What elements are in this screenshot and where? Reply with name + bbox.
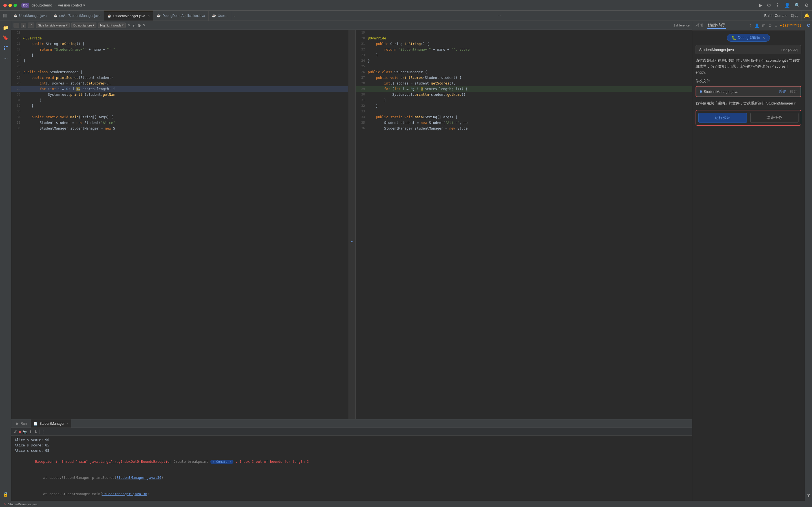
next-diff-btn[interactable]: ↓: [21, 23, 27, 28]
bottom-tab-run[interactable]: ▶ Run: [13, 419, 30, 428]
diff-line: 35 Student student = new Student("Alice": [11, 120, 348, 126]
end-task-btn[interactable]: 结束任务: [750, 113, 799, 123]
file-ref-line: Line [27,32]: [781, 48, 798, 52]
settings-button[interactable]: ⚙: [805, 3, 809, 8]
tab-label: src/.../StudentManager.java: [59, 14, 100, 18]
tabs-more-btn[interactable]: ⌵: [231, 11, 238, 20]
sidebar-item-structure[interactable]: [1, 43, 10, 52]
svg-rect-5: [4, 49, 5, 50]
tab-studentmanager-src[interactable]: ☕ src/.../StudentManager.java: [50, 11, 104, 20]
notifications-icon[interactable]: 🔔: [804, 13, 810, 18]
sidebar-item-lock[interactable]: 🔒: [1, 490, 10, 499]
tab-user[interactable]: ☕ User...: [209, 11, 231, 20]
diff-pane-left[interactable]: 19 20 @Override 21 public String toStrin…: [11, 30, 348, 419]
run-button[interactable]: ▶: [759, 3, 762, 8]
comate-tab-dialog[interactable]: 对话: [696, 23, 703, 29]
java-icon: ☕: [157, 14, 161, 17]
diff-line: 28 int[] scores = student.getScores();: [11, 80, 348, 86]
comate-person-icon[interactable]: 👤: [755, 23, 759, 28]
more-options-icon[interactable]: ⋮: [41, 430, 45, 434]
file-status: StudentManager.java: [8, 503, 38, 506]
close-window[interactable]: [3, 4, 7, 7]
sidebar-item-bookmarks[interactable]: 🔖: [1, 33, 10, 42]
scroll-down-icon[interactable]: ⬇: [34, 430, 38, 434]
comate-header-subtitle[interactable]: 对话: [791, 13, 798, 18]
right-edge-comate-icon[interactable]: C: [807, 23, 810, 27]
scroll-up-icon[interactable]: ⬆: [29, 430, 33, 434]
goto-btn[interactable]: ↗: [28, 22, 35, 28]
diff-pane-right[interactable]: 19 20 @Override 21 public String toStrin…: [356, 30, 692, 419]
diff-line: 26 public class StudentManager {: [356, 69, 692, 75]
prev-diff-btn[interactable]: ↑: [13, 23, 19, 28]
comate-list-icon[interactable]: ≡: [775, 23, 777, 28]
screenshot-icon[interactable]: 📷: [22, 430, 28, 434]
debug-badge-close[interactable]: ✕: [762, 36, 765, 40]
copy-right-btn[interactable]: »: [351, 239, 353, 244]
search-button[interactable]: 🔍: [795, 3, 800, 8]
comate-help-icon[interactable]: ?: [749, 23, 752, 28]
tab-studentmanager-active[interactable]: ☕ StudentManager.java ✕: [104, 11, 153, 20]
right-edge-m-icon[interactable]: m: [806, 493, 811, 499]
file-ref-name: StudentManager.java: [699, 48, 734, 52]
toolbar-separator: [39, 430, 40, 434]
console-stack-line: at cases.StudentManager.main(StudentMana…: [15, 486, 689, 501]
stack-link-2[interactable]: StudentManager.java:38: [102, 492, 147, 496]
bottom-tab-studentmanager[interactable]: 📄 StudentManager ✕: [31, 419, 71, 428]
comate-layout-icon[interactable]: ⊞: [762, 23, 765, 28]
tab-close-icon[interactable]: ✕: [147, 14, 150, 17]
viewer-dropdown[interactable]: Side-by-side viewer ▾: [36, 22, 70, 28]
comate-sub-icons: ? 👤 ⊞ ⚙ ≡ ♥ 182*******21: [749, 23, 801, 28]
comate-badge[interactable]: ✦ Comate →: [210, 460, 234, 464]
file-dot: [700, 91, 702, 93]
diff-line: 31 }: [356, 98, 692, 103]
console-line: Alice's score: 95: [15, 448, 689, 453]
right-edge: C m: [805, 21, 812, 501]
analysis-text: 该错误是因为在遍历数组时，循环条件 i <= scores.length 导致数…: [696, 58, 801, 75]
sidebar-item-folder[interactable]: 📁: [1, 23, 10, 32]
ignore-dropdown[interactable]: Do not ignore ▾: [71, 22, 96, 28]
diff-settings-icon[interactable]: ⚙: [138, 23, 141, 27]
diff-line: 30 System.out.println(student.getNam: [11, 92, 348, 98]
stack-link-1[interactable]: StudentManager.java:30: [116, 476, 161, 480]
tab-debugdemo[interactable]: ☕ DebugDemoApplication.java: [153, 11, 209, 20]
highlight-dropdown[interactable]: Highlight words ▾: [98, 22, 126, 28]
reject-btn[interactable]: 放弃: [790, 89, 797, 94]
close-diff-icon[interactable]: ✕: [128, 23, 131, 27]
debug-badge-icon: 🐛: [732, 36, 736, 40]
exception-link[interactable]: ArrayIndexOutOfBoundsException: [110, 460, 172, 464]
tab-usermanager[interactable]: ☕ UserManager.java: [10, 11, 50, 20]
file-ref-box: StudentManager.java Line [27,32]: [696, 45, 801, 54]
diff-line: 33: [356, 109, 692, 114]
tab-close-icon[interactable]: ✕: [66, 422, 68, 425]
debug-button[interactable]: ⚙: [767, 3, 771, 8]
debug-badge[interactable]: 🐛 Debug 智能体 ✕: [727, 34, 770, 42]
diff-line: 27 public void printScores(Student stude…: [356, 75, 692, 80]
stop-icon[interactable]: ■: [18, 430, 21, 434]
console-stack-line: at cases.StudentManager.printScores(Stud…: [15, 470, 689, 486]
run-verify-btn[interactable]: 运行验证: [698, 113, 747, 123]
console-output[interactable]: Alice's score: 90 Alice's score: 85 Alic…: [11, 436, 692, 501]
minimize-window[interactable]: [8, 4, 12, 7]
comate-settings-icon[interactable]: ⚙: [768, 23, 772, 28]
profile-button[interactable]: 👤: [784, 3, 790, 8]
file-tab-icon: 📄: [34, 421, 38, 426]
version-control-btn[interactable]: Version control ▾: [58, 3, 85, 7]
title-right-actions: ▶ ⚙ ⋮ 👤 🔍 ⚙: [759, 3, 809, 8]
swap-panes-icon[interactable]: ⇄: [133, 23, 136, 27]
restart-icon[interactable]: ↺: [13, 430, 17, 434]
diff-help-icon[interactable]: ?: [143, 23, 145, 27]
diff-line: 25: [356, 64, 692, 69]
project-name[interactable]: debug-demo: [32, 3, 52, 7]
action-buttons: 运行验证 结束任务: [696, 110, 801, 126]
diff-line: 19: [11, 30, 348, 36]
diff-line: 30 System.out.println(student.getName()-: [356, 92, 692, 98]
maximize-window[interactable]: [13, 4, 17, 7]
accept-btn[interactable]: 采纳: [779, 89, 786, 94]
tabs-action-icon[interactable]: ⋯: [497, 14, 501, 18]
tab-label: StudentManager.java: [113, 14, 145, 18]
diff-line: 23 }: [11, 52, 348, 58]
sidebar-toggle[interactable]: [0, 11, 10, 20]
more-actions-button[interactable]: ⋮: [775, 3, 780, 8]
sidebar-item-more[interactable]: ⋯: [1, 54, 10, 62]
comate-tab-assistant[interactable]: 智能体助手: [707, 22, 726, 29]
